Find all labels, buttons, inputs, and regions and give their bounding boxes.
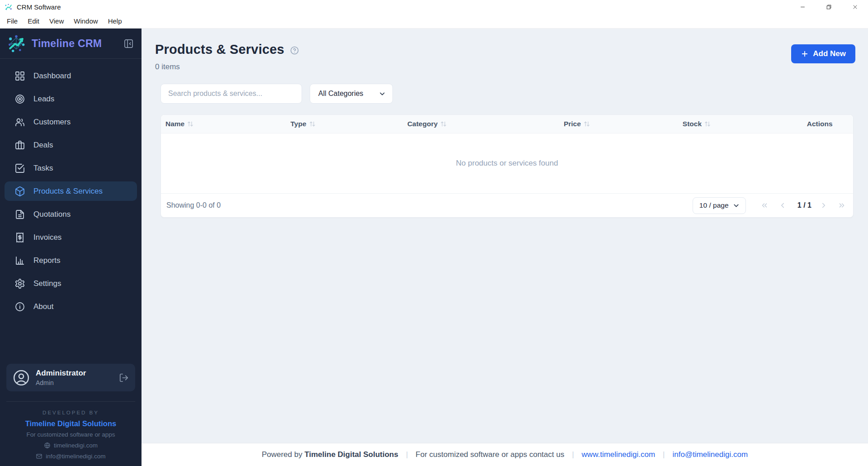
sidebar-item-reports[interactable]: Reports (5, 251, 137, 270)
footer-email-link[interactable]: info@timelinedigi.com (673, 450, 748, 459)
chevrons-right-icon (838, 201, 846, 209)
sidebar-item-label: Reports (33, 256, 61, 265)
dashboard-icon (14, 71, 25, 81)
column-header-name[interactable]: Name (165, 120, 291, 128)
user-role: Admin (36, 379, 86, 386)
developer-tagline: For customized software or apps (6, 431, 135, 438)
page-title: Products & Services (155, 42, 284, 57)
chevron-left-icon (778, 201, 787, 209)
close-button[interactable] (842, 0, 868, 14)
empty-state-message: No products or services found (161, 133, 853, 194)
first-page-button[interactable] (759, 200, 770, 211)
app-footer: Powered by Timeline Digital Solutions | … (142, 443, 868, 466)
developer-company-link[interactable]: Timeline Digital Solutions (6, 419, 135, 428)
developed-by-block: DEVELOPED BY Timeline Digital Solutions … (6, 401, 135, 466)
page-size-select[interactable]: 10 / page (693, 197, 746, 214)
globe-icon (44, 442, 51, 449)
sidebar-header: Timeline CRM (0, 29, 142, 59)
search-input[interactable] (160, 84, 302, 104)
add-new-button[interactable]: Add New (791, 44, 855, 63)
sort-icon (704, 121, 711, 127)
menu-help[interactable]: Help (103, 15, 127, 27)
menu-edit[interactable]: Edit (23, 15, 44, 27)
column-header-category[interactable]: Category (407, 120, 564, 128)
showing-count: Showing 0-0 of 0 (166, 201, 221, 209)
sidebar-item-deals[interactable]: Deals (5, 135, 137, 155)
sidebar-item-label: Settings (33, 279, 61, 288)
table-footer: Showing 0-0 of 0 10 / page 1 / 1 (161, 194, 853, 217)
page-indicator: 1 / 1 (797, 201, 811, 209)
sort-icon (187, 121, 193, 127)
prev-page-button[interactable] (777, 200, 788, 211)
category-filter-select[interactable]: All Categories (310, 84, 393, 104)
sidebar-item-customers[interactable]: Customers (5, 112, 137, 132)
sidebar-item-label: Products & Services (33, 187, 103, 196)
column-header-stock[interactable]: Stock (683, 120, 807, 128)
restore-icon (826, 4, 832, 10)
menu-view[interactable]: View (44, 15, 69, 27)
powered-by-text: Powered by Timeline Digital Solutions (262, 450, 398, 459)
sidebar-item-dashboard[interactable]: Dashboard (5, 66, 137, 86)
sidebar-item-label: Invoices (33, 233, 61, 242)
sidebar-item-label: Leads (33, 95, 54, 104)
sidebar-nav: Dashboard Leads Customers Deals Tasks Pr… (0, 59, 142, 320)
main-content: Products & Services 0 items Add New All … (142, 29, 868, 466)
sidebar-item-about[interactable]: About (5, 297, 137, 316)
sidebar-item-tasks[interactable]: Tasks (5, 158, 137, 178)
info-icon (14, 301, 25, 312)
user-card[interactable]: Administrator Admin (6, 364, 135, 391)
developer-email[interactable]: info@timelinedigi.com (6, 453, 135, 460)
developer-website[interactable]: timelinedigi.com (6, 442, 135, 449)
sidebar-item-leads[interactable]: Leads (5, 89, 137, 109)
bar-chart-icon (14, 255, 25, 266)
sort-icon (440, 121, 447, 127)
products-table: Name Type Category Price (160, 114, 854, 218)
chevrons-left-icon (760, 201, 769, 209)
menu-file[interactable]: File (2, 15, 23, 27)
logout-icon (119, 373, 129, 383)
sidebar-item-label: Deals (33, 141, 53, 150)
receipt-icon (14, 232, 25, 243)
sidebar-collapse-button[interactable] (123, 38, 134, 49)
logout-button[interactable] (119, 373, 129, 383)
footer-company: Timeline Digital Solutions (304, 450, 398, 459)
briefcase-icon (14, 140, 25, 151)
window-titlebar: CRM Software (0, 0, 868, 14)
restore-button[interactable] (816, 0, 842, 14)
minimize-icon (799, 4, 806, 10)
sidebar-item-products-services[interactable]: Products & Services (5, 181, 137, 201)
mail-icon (36, 453, 42, 460)
footer-divider: | (572, 450, 574, 459)
footer-divider: | (406, 450, 408, 459)
window-title: CRM Software (17, 3, 61, 11)
developed-by-heading: DEVELOPED BY (6, 410, 135, 415)
brand-name: Timeline CRM (32, 38, 102, 50)
gear-icon (14, 278, 25, 289)
plus-icon (801, 50, 809, 58)
user-name: Administrator (36, 369, 86, 378)
panel-collapse-icon (123, 38, 134, 49)
sidebar-item-label: Tasks (33, 164, 53, 173)
chevron-down-icon (378, 90, 386, 98)
app-logo-icon (5, 3, 12, 11)
footer-website-link[interactable]: www.timelinedigi.com (582, 450, 656, 459)
last-page-button[interactable] (836, 200, 848, 211)
sort-icon (309, 121, 316, 127)
sidebar-item-label: Quotations (33, 210, 71, 219)
menu-window[interactable]: Window (69, 15, 103, 27)
target-icon (14, 94, 25, 105)
items-count: 0 items (155, 62, 299, 71)
sidebar-item-quotations[interactable]: Quotations (5, 204, 137, 224)
sidebar-item-label: Dashboard (33, 71, 71, 81)
column-header-type[interactable]: Type (291, 120, 407, 128)
sidebar-item-settings[interactable]: Settings (5, 274, 137, 293)
file-text-icon (14, 209, 25, 220)
sort-icon (584, 121, 590, 127)
sidebar-item-invoices[interactable]: Invoices (5, 228, 137, 247)
chevron-down-icon (732, 202, 740, 209)
column-header-price[interactable]: Price (564, 120, 683, 128)
minimize-button[interactable] (789, 0, 816, 14)
package-icon (14, 186, 25, 197)
help-icon[interactable] (290, 46, 299, 55)
next-page-button[interactable] (818, 200, 830, 211)
